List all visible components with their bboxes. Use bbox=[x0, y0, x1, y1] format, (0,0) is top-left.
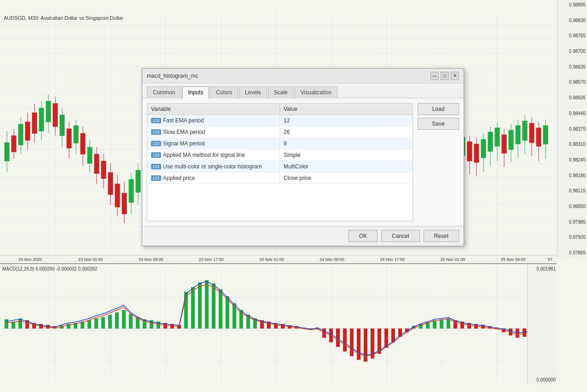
row-value[interactable]: 12 bbox=[280, 115, 413, 126]
svg-rect-27 bbox=[5, 143, 9, 161]
tab-visualization[interactable]: Visualization bbox=[295, 86, 337, 98]
date-label: 20 Nov 2020 bbox=[0, 257, 60, 262]
price-level: 0.98505 bbox=[559, 95, 586, 100]
row-value[interactable]: 26 bbox=[280, 127, 413, 138]
svg-rect-163 bbox=[474, 144, 479, 162]
svg-rect-225 bbox=[205, 280, 209, 329]
table-row[interactable]: 123 Use multi-color or single-color hist… bbox=[147, 161, 413, 173]
svg-rect-208 bbox=[87, 320, 91, 329]
svg-rect-210 bbox=[101, 317, 105, 329]
row-variable: 123 Use multi-color or single-color hist… bbox=[147, 161, 280, 172]
minimize-button[interactable]: — bbox=[430, 72, 439, 80]
svg-rect-41 bbox=[53, 104, 58, 127]
svg-rect-212 bbox=[115, 312, 119, 329]
macd-price-axis: 0.001981 0.000000 bbox=[527, 264, 557, 385]
price-level: 0.98245 bbox=[559, 157, 586, 162]
svg-rect-33 bbox=[25, 122, 30, 140]
price-level: 0.98765 bbox=[559, 33, 586, 38]
type-badge: 123 bbox=[151, 129, 161, 135]
svg-rect-175 bbox=[516, 126, 520, 144]
row-value[interactable]: Simple bbox=[280, 150, 413, 161]
svg-rect-57 bbox=[108, 173, 113, 195]
price-level: 0.98050 bbox=[559, 204, 586, 209]
type-badge: 123 bbox=[151, 141, 161, 146]
table-row[interactable]: 123 Slow EMA period 26 bbox=[147, 127, 413, 138]
price-level: 0.98115 bbox=[559, 188, 586, 193]
price-axis: 0.98895 0.98830 0.98765 0.98700 0.98635 … bbox=[557, 0, 587, 258]
macd-price-zero: 0.000000 bbox=[529, 377, 556, 382]
row-variable: 123 Fast EMA period bbox=[147, 115, 280, 126]
tab-common[interactable]: Common bbox=[147, 86, 181, 98]
date-label: 23 Nov 09:00 bbox=[121, 257, 181, 262]
ok-button[interactable]: OK bbox=[349, 230, 378, 242]
row-variable: 123 Applied price bbox=[147, 173, 280, 184]
date-axis: 20 Nov 2020 23 Nov 01:00 23 Nov 09:00 23… bbox=[0, 255, 557, 263]
table-row[interactable]: 123 Applied MA method for signal line Si… bbox=[147, 150, 413, 161]
tab-colors[interactable]: Colors bbox=[210, 86, 238, 98]
svg-rect-226 bbox=[212, 283, 215, 329]
svg-rect-43 bbox=[60, 115, 64, 136]
table-row[interactable]: 123 Signal MA period 9 bbox=[147, 138, 413, 150]
table-row[interactable]: 123 Fast EMA period 12 bbox=[147, 115, 413, 127]
type-badge: 123 bbox=[151, 164, 161, 169]
svg-rect-196 bbox=[5, 319, 8, 329]
svg-rect-197 bbox=[12, 322, 15, 329]
svg-rect-245 bbox=[343, 329, 347, 352]
price-level: 0.98440 bbox=[559, 111, 586, 116]
table-spacer bbox=[147, 184, 413, 221]
svg-rect-227 bbox=[219, 289, 222, 329]
svg-rect-169 bbox=[495, 128, 500, 146]
svg-rect-183 bbox=[543, 126, 548, 144]
dialog-titlebar: macd_histogram_mc — □ ✕ bbox=[142, 69, 464, 83]
svg-rect-37 bbox=[39, 108, 44, 131]
maximize-button[interactable]: □ bbox=[441, 72, 449, 80]
dialog: macd_histogram_mc — □ ✕ Common Inputs Co… bbox=[142, 68, 464, 246]
row-variable: 123 Slow EMA period bbox=[147, 127, 280, 138]
date-label: 24 Nov 01:00 bbox=[241, 257, 302, 262]
svg-rect-45 bbox=[67, 129, 71, 148]
svg-rect-165 bbox=[481, 139, 486, 158]
row-variable: 123 Applied MA method for signal line bbox=[147, 150, 280, 161]
svg-rect-61 bbox=[122, 193, 127, 214]
svg-rect-29 bbox=[12, 136, 16, 152]
close-button[interactable]: ✕ bbox=[451, 72, 459, 80]
svg-rect-49 bbox=[81, 133, 85, 154]
svg-rect-59 bbox=[115, 184, 120, 207]
svg-rect-51 bbox=[87, 147, 92, 163]
macd-chart bbox=[0, 264, 557, 385]
price-level: 0.98895 bbox=[559, 2, 586, 7]
type-badge: 123 bbox=[151, 175, 161, 181]
reset-button[interactable]: Reset bbox=[424, 230, 459, 242]
tab-scale[interactable]: Scale bbox=[268, 86, 294, 98]
row-variable: 123 Signal MA period bbox=[147, 138, 280, 149]
date-label: 25 Nov 09:00 bbox=[483, 257, 543, 262]
svg-rect-39 bbox=[46, 101, 51, 122]
price-level: 0.98700 bbox=[559, 49, 586, 54]
date-label: 57 bbox=[543, 257, 557, 262]
svg-rect-171 bbox=[502, 135, 506, 153]
cancel-button[interactable]: Cancel bbox=[381, 230, 419, 242]
load-button[interactable]: Load bbox=[418, 103, 459, 115]
table-row[interactable]: 123 Applied price Close price bbox=[147, 173, 413, 184]
tab-levels[interactable]: Levels bbox=[239, 86, 267, 98]
svg-rect-223 bbox=[191, 287, 195, 329]
price-level: 0.98310 bbox=[559, 142, 586, 147]
date-label: 23 Nov 17:00 bbox=[181, 257, 241, 262]
svg-rect-55 bbox=[101, 161, 106, 179]
row-value[interactable]: Close price bbox=[280, 173, 413, 184]
row-value[interactable]: MultiColor bbox=[280, 161, 413, 172]
macd-title: MACD(12,26,9) 0.000280 -0.000002 0.00028… bbox=[2, 266, 97, 271]
tab-inputs[interactable]: Inputs bbox=[182, 86, 209, 98]
price-level: 0.97920 bbox=[559, 235, 586, 240]
svg-rect-248 bbox=[364, 329, 367, 362]
svg-rect-179 bbox=[529, 123, 534, 143]
svg-rect-181 bbox=[536, 128, 541, 146]
svg-rect-53 bbox=[94, 154, 99, 173]
save-button[interactable]: Save bbox=[418, 118, 459, 130]
svg-rect-260 bbox=[447, 318, 450, 329]
macd-panel: MACD(12,26,9) 0.000280 -0.000002 0.00028… bbox=[0, 263, 557, 392]
row-value[interactable]: 9 bbox=[280, 138, 413, 149]
tab-bar: Common Inputs Colors Levels Scale Visual… bbox=[142, 83, 464, 98]
header-variable: Variable bbox=[147, 104, 280, 115]
type-badge: 123 bbox=[151, 118, 161, 123]
